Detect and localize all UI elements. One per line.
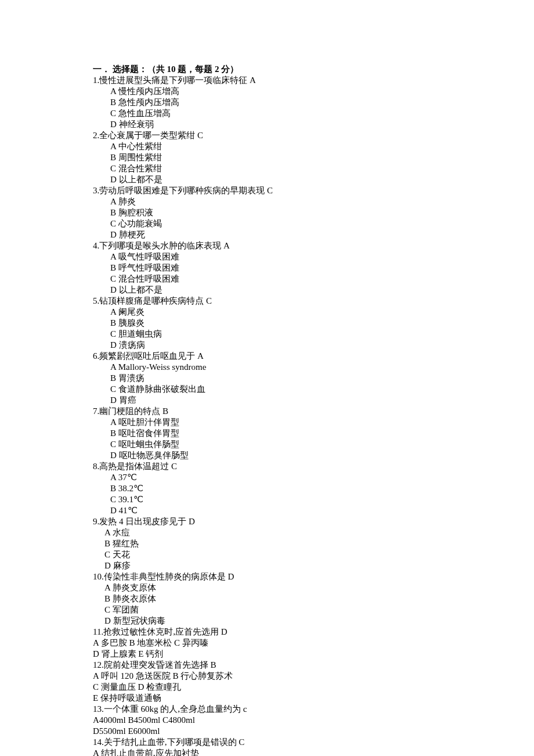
q1-stem: 1.慢性进展型头痛是下列哪一项临床特征 A <box>93 75 441 86</box>
q4-stem: 4.下列哪项是喉头水肿的临床表现 A <box>93 240 441 251</box>
q9-option-b: B 猩红热 <box>93 538 441 549</box>
q13-options-line-2: D5500ml E6000ml <box>93 726 441 737</box>
q2-stem: 2.全心衰属于哪一类型紫绀 C <box>93 130 441 141</box>
q10-option-c: C 军团菌 <box>93 604 441 615</box>
q13-stem: 13.一个体重 60kg 的人,全身总血量约为 c <box>93 704 441 715</box>
q5-option-b: B 胰腺炎 <box>93 318 441 329</box>
q2-option-a: A 中心性紫绀 <box>93 141 441 152</box>
q6-option-b: B 胃溃疡 <box>93 373 441 384</box>
q10-option-b: B 肺炎衣原体 <box>93 593 441 604</box>
q8-stem: 8.高热是指体温超过 C <box>93 461 441 472</box>
q3-stem: 3.劳动后呼吸困难是下列哪种疾病的早期表现 C <box>93 185 441 196</box>
q8-option-a: A 37℃ <box>93 472 441 483</box>
q7-stem: 7.幽门梗阻的特点 B <box>93 406 441 417</box>
q5-option-a: A 阑尾炎 <box>93 307 441 318</box>
q1-option-a: A 慢性颅内压增高 <box>93 86 441 97</box>
q4-option-d: D 以上都不是 <box>93 285 441 296</box>
q4-option-c: C 混合性呼吸困难 <box>93 273 441 285</box>
q1-option-b: B 急性颅内压增高 <box>93 97 441 108</box>
q10-stem: 10.传染性非典型性肺炎的病原体是 D <box>93 571 441 582</box>
q5-option-d: D 溃疡病 <box>93 340 441 351</box>
q2-option-c: C 混合性紫绀 <box>93 163 441 174</box>
q4-option-b: B 呼气性呼吸困难 <box>93 262 441 273</box>
q5-option-c: C 胆道蛔虫病 <box>93 329 441 340</box>
q11-stem: 11.抢救过敏性休克时,应首先选用 D <box>93 627 441 638</box>
q7-option-b: B 呕吐宿食伴胃型 <box>93 428 441 439</box>
q11-options-line-1: A 多巴胺 B 地塞米松 C 异丙嗪 <box>93 638 441 649</box>
q9-stem: 9.发热 4 日出现皮疹见于 D <box>93 516 441 527</box>
q6-option-a: A Mallory-Weiss syndrome <box>93 362 441 373</box>
q7-option-d: D 呕吐物恶臭伴肠型 <box>93 450 441 461</box>
q12-options-line-2: C 测量血压 D 检查瞳孔 <box>93 682 441 693</box>
q6-option-c: C 食道静脉曲张破裂出血 <box>93 384 441 395</box>
q6-option-d: D 胃癌 <box>93 395 441 406</box>
q10-option-a: A 肺炎支原体 <box>93 582 441 593</box>
q12-options-line-3: E 保持呼吸道通畅 <box>93 693 441 704</box>
q12-options-line-1: A 呼叫 120 急送医院 B 行心肺复苏术 <box>93 671 441 682</box>
q3-option-d: D 肺梗死 <box>93 229 441 240</box>
q4-option-a: A 吸气性呼吸困难 <box>93 251 441 262</box>
q7-option-c: C 呕吐蛔虫伴肠型 <box>93 439 441 450</box>
q9-option-a: A 水痘 <box>93 527 441 538</box>
q6-stem: 6.频繁剧烈呕吐后呕血见于 A <box>93 351 441 362</box>
exam-page: 一． 选择题：（共 10 题，每题 2 分） 1.慢性进展型头痛是下列哪一项临床… <box>0 0 534 756</box>
q5-stem: 5.钻顶样腹痛是哪种疾病特点 C <box>93 296 441 307</box>
q13-options-line-1: A4000ml B4500ml C4800ml <box>93 715 441 726</box>
q12-stem: 12.院前处理突发昏迷首先选择 B <box>93 660 441 671</box>
q14-stem: 14.关于结扎止血带,下列哪项是错误的 C <box>93 737 441 748</box>
q11-options-line-2: D 肾上腺素 E 钙剂 <box>93 649 441 660</box>
q9-option-c: C 天花 <box>93 549 441 560</box>
q8-option-b: B 38.2℃ <box>93 483 441 494</box>
q1-option-d: D 神经衰弱 <box>93 119 441 130</box>
q3-option-c: C 心功能衰竭 <box>93 218 441 229</box>
q14-option-a: A 结扎止血带前,应先加衬垫 <box>93 748 441 756</box>
q8-option-d: D 41℃ <box>93 505 441 516</box>
q9-option-d: D 麻疹 <box>93 560 441 571</box>
q2-option-b: B 周围性紫绀 <box>93 152 441 163</box>
q1-option-c: C 急性血压增高 <box>93 108 441 119</box>
q3-option-b: B 胸腔积液 <box>93 207 441 218</box>
q10-option-d: D 新型冠状病毒 <box>93 615 441 627</box>
section-heading: 一． 选择题：（共 10 题，每题 2 分） <box>93 64 441 75</box>
q8-option-c: C 39.1℃ <box>93 494 441 505</box>
q3-option-a: A 肺炎 <box>93 196 441 207</box>
q2-option-d: D 以上都不是 <box>93 174 441 185</box>
q7-option-a: A 呕吐胆汁伴胃型 <box>93 417 441 428</box>
